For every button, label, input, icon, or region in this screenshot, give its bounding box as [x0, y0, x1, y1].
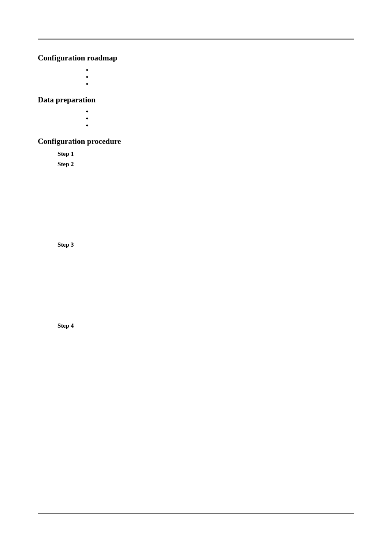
list-item [38, 80, 354, 87]
step-body [82, 240, 354, 250]
step-3: Step 3 [38, 240, 354, 250]
section-data-preparation: Data preparation [38, 95, 354, 129]
list-item [38, 122, 354, 129]
step-2: Step 2 [38, 160, 354, 169]
list-item [38, 108, 354, 115]
page: Configuration roadmap Data preparation C… [0, 0, 392, 555]
content-area: Configuration roadmap Data preparation C… [38, 53, 354, 338]
header-rule [38, 39, 354, 39]
heading-configuration-procedure: Configuration procedure [38, 136, 354, 147]
prep-bullet-list [38, 108, 354, 129]
list-item [38, 66, 354, 73]
section-configuration-procedure: Configuration procedure Step 1 Step 2 St… [38, 136, 354, 331]
step-4: Step 4 [38, 321, 354, 331]
step-label: Step 1 [58, 150, 82, 159]
heading-data-preparation: Data preparation [38, 95, 354, 106]
heading-configuration-roadmap: Configuration roadmap [38, 53, 354, 64]
step-label: Step 3 [58, 240, 82, 250]
step-body [82, 321, 354, 331]
roadmap-bullet-list [38, 66, 354, 87]
section-configuration-roadmap: Configuration roadmap [38, 53, 354, 87]
list-item [38, 73, 354, 80]
step-1: Step 1 [38, 150, 354, 159]
step-body [82, 150, 354, 159]
list-item [38, 115, 354, 122]
step-body [82, 160, 354, 169]
step-label: Step 4 [58, 321, 82, 331]
footer-rule [38, 513, 354, 514]
step-label: Step 2 [58, 160, 82, 169]
